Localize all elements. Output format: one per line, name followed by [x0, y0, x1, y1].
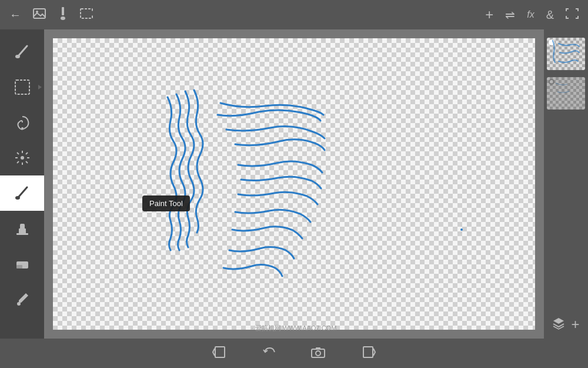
- svg-line-16: [26, 152, 28, 154]
- svg-point-26: [17, 302, 21, 306]
- svg-line-19: [19, 187, 27, 197]
- tool-dropper[interactable]: [0, 281, 44, 317]
- frame-right-icon[interactable]: [360, 346, 376, 361]
- tool-selection[interactable]: [0, 69, 44, 105]
- svg-point-36: [460, 228, 463, 231]
- canvas-drawing: [53, 38, 535, 330]
- canvas-area[interactable]: [44, 29, 544, 339]
- svg-line-14: [17, 152, 19, 154]
- svg-point-7: [15, 55, 20, 58]
- svg-rect-41: [316, 347, 320, 350]
- top-toolbar: ← + ⇌ fx &: [0, 0, 588, 29]
- svg-line-15: [26, 161, 28, 163]
- svg-marker-37: [553, 318, 564, 324]
- svg-rect-0: [34, 9, 45, 18]
- layer-thumb-1[interactable]: [547, 38, 585, 70]
- layers-icon[interactable]: [552, 317, 565, 333]
- frame-left-icon[interactable]: [212, 346, 228, 361]
- tool-eraser[interactable]: [0, 246, 44, 281]
- right-panel: +: [544, 29, 588, 339]
- svg-rect-22: [20, 224, 25, 230]
- svg-rect-5: [91, 12, 93, 15]
- camera-icon[interactable]: [311, 346, 325, 361]
- fx-icon[interactable]: fx: [527, 9, 534, 20]
- svg-rect-2: [62, 7, 64, 15]
- svg-point-9: [21, 127, 24, 130]
- blend-icon[interactable]: &: [546, 8, 554, 22]
- image-icon[interactable]: [33, 8, 46, 22]
- bottom-toolbar: · 爱搞机网 WWW.AAO7.COM: [0, 339, 588, 368]
- tool-brush-active[interactable]: [0, 175, 44, 211]
- right-panel-bottom: +: [552, 316, 579, 333]
- brush-icon[interactable]: [58, 7, 68, 23]
- svg-rect-25: [16, 265, 22, 268]
- svg-rect-38: [215, 347, 225, 357]
- top-toolbar-right: + ⇌ fx &: [485, 6, 579, 23]
- adjustments-icon[interactable]: ⇌: [505, 8, 515, 22]
- tool-paintbrush-top[interactable]: [0, 34, 44, 69]
- selection-rect-icon[interactable]: [80, 8, 93, 22]
- left-toolbar: [0, 29, 44, 339]
- svg-rect-8: [15, 80, 29, 94]
- svg-point-40: [316, 351, 320, 356]
- svg-point-20: [15, 196, 20, 200]
- top-toolbar-left: ←: [9, 7, 93, 23]
- svg-rect-42: [363, 347, 373, 357]
- svg-line-6: [19, 46, 27, 55]
- svg-point-18: [21, 156, 24, 160]
- layer-thumb-2[interactable]: [547, 77, 585, 110]
- add-icon[interactable]: +: [485, 6, 493, 23]
- svg-rect-23: [16, 233, 28, 235]
- tool-lasso[interactable]: [0, 105, 44, 140]
- back-icon[interactable]: ←: [9, 8, 21, 22]
- fullscreen-icon[interactable]: [566, 8, 579, 22]
- tool-stamp[interactable]: [0, 211, 44, 246]
- tool-magic-wand[interactable]: [0, 140, 44, 175]
- canvas[interactable]: [53, 38, 535, 330]
- undo-icon[interactable]: [263, 346, 276, 361]
- add-layer-icon[interactable]: +: [571, 316, 579, 333]
- svg-line-17: [17, 161, 19, 163]
- svg-point-3: [61, 16, 65, 20]
